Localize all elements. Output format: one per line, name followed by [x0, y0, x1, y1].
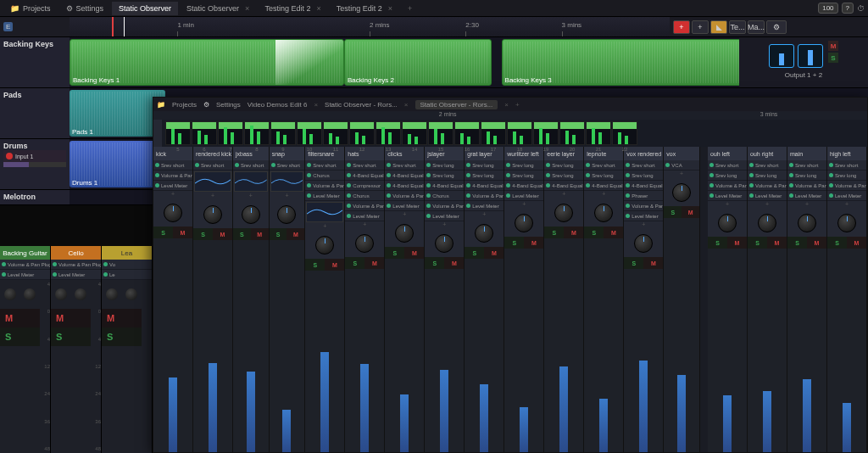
- solo-button[interactable]: S: [828, 53, 838, 63]
- insert-slot[interactable]: Volume & Pan Plugin: [827, 181, 866, 191]
- pan-knob[interactable]: [355, 234, 374, 253]
- channel-name[interactable]: jslayer: [425, 147, 464, 160]
- insert-slot[interactable]: Srev long: [504, 171, 543, 181]
- insert-slot[interactable]: Volume & Pan Plugin: [624, 201, 663, 211]
- inner-tab[interactable]: Projects: [172, 101, 197, 109]
- insert-slot[interactable]: Srev short: [345, 160, 384, 171]
- mute-button[interactable]: M: [828, 41, 838, 51]
- plugin-enable-icon[interactable]: [709, 193, 714, 198]
- plugin-enable-icon[interactable]: [103, 272, 108, 277]
- add-insert-button[interactable]: +: [465, 211, 504, 220]
- track-thumbnail[interactable]: 20: [559, 121, 585, 145]
- track-thumbnail[interactable]: 5: [165, 121, 191, 145]
- insert-slot[interactable]: Level Meter: [708, 191, 747, 201]
- insert-slot[interactable]: 4-Band Equaliser: [385, 181, 424, 191]
- record-arm-icon[interactable]: [6, 153, 13, 159]
- add-tab-button[interactable]: +: [401, 2, 419, 15]
- insert-slot[interactable]: Srev short: [748, 160, 787, 171]
- close-icon[interactable]: ×: [316, 4, 320, 13]
- pan-knob[interactable]: [435, 234, 453, 253]
- solo-button[interactable]: S: [233, 228, 251, 240]
- plugin-enable-icon[interactable]: [626, 214, 630, 218]
- channel-name[interactable]: ouh left: [708, 147, 747, 160]
- channel-name[interactable]: Lea: [102, 246, 152, 260]
- mute-button[interactable]: M: [173, 226, 192, 238]
- pan-knob[interactable]: [718, 214, 737, 232]
- plugin-enable-icon[interactable]: [195, 163, 199, 167]
- ruler-body[interactable]: 1 min2 mins2:303 mins: [70, 17, 670, 36]
- solo-button[interactable]: S: [270, 228, 287, 240]
- solo-button[interactable]: S: [748, 237, 767, 249]
- mute-button[interactable]: M: [287, 228, 304, 240]
- gain-knob[interactable]: [75, 288, 86, 300]
- solo-button[interactable]: S: [193, 228, 213, 240]
- insert-slot[interactable]: Volume & Pan Plugin: [51, 260, 101, 270]
- plugin-enable-icon[interactable]: [749, 173, 754, 177]
- plugin-enable-icon[interactable]: [155, 183, 159, 187]
- help-button[interactable]: ?: [842, 3, 854, 14]
- plugin-enable-icon[interactable]: [789, 183, 793, 187]
- mute-button[interactable]: M: [604, 226, 623, 238]
- fader[interactable]: [748, 249, 787, 452]
- insert-slot[interactable]: VCA: [664, 160, 699, 171]
- channel-name[interactable]: kick: [153, 147, 192, 160]
- pan-knob[interactable]: [55, 288, 67, 300]
- channel-name[interactable]: main: [787, 147, 826, 160]
- track-thumbnail[interactable]: 15: [428, 121, 453, 145]
- solo-button[interactable]: S: [425, 257, 444, 269]
- close-icon[interactable]: ×: [388, 4, 392, 13]
- insert-slot[interactable]: 4-Band Equaliser: [425, 181, 464, 191]
- tempo-button[interactable]: Te...: [729, 20, 746, 34]
- solo-button[interactable]: S: [51, 327, 91, 346]
- fader[interactable]: [345, 269, 384, 452]
- insert-slot[interactable]: Srev long: [425, 160, 464, 171]
- edit-tab[interactable]: Static Observer ×: [180, 2, 256, 15]
- add-insert-button[interactable]: +: [827, 201, 866, 210]
- solo-button[interactable]: S: [465, 247, 484, 259]
- fader[interactable]: [305, 271, 344, 452]
- insert-slot[interactable]: Srev short: [385, 160, 424, 171]
- plugin-enable-icon[interactable]: [103, 262, 108, 266]
- insert-slot[interactable]: Level Meter: [425, 211, 464, 221]
- insert-slot[interactable]: Srev long: [544, 171, 583, 181]
- insert-slot[interactable]: Srev short: [305, 160, 344, 171]
- fader[interactable]: [270, 240, 305, 452]
- insert-slot[interactable]: 4-Band Equaliser: [504, 181, 543, 191]
- insert-slot[interactable]: Level Meter: [827, 191, 866, 201]
- plugin-enable-icon[interactable]: [271, 163, 275, 167]
- close-icon[interactable]: ×: [245, 4, 249, 13]
- inner-tab[interactable]: Static Observer - Rors...: [325, 101, 398, 109]
- insert-slot[interactable]: Chorus: [305, 171, 344, 181]
- channel-name[interactable]: jxbass: [233, 147, 269, 160]
- fader[interactable]: [708, 249, 747, 452]
- plugin-enable-icon[interactable]: [506, 173, 510, 177]
- insert-slot[interactable]: Srev long: [465, 160, 504, 171]
- audio-clip[interactable]: Backing Keys 2: [344, 39, 492, 86]
- insert-slot[interactable]: Srev short: [153, 160, 192, 171]
- add-insert-button[interactable]: +: [345, 221, 384, 230]
- plugin-enable-icon[interactable]: [347, 204, 351, 208]
- mute-button[interactable]: M: [325, 259, 344, 271]
- insert-slot[interactable]: Vo: [102, 260, 152, 270]
- solo-button[interactable]: S: [153, 226, 173, 238]
- eq-curve-thumbnail[interactable]: [270, 171, 304, 192]
- track-thumbnail[interactable]: 7: [218, 121, 243, 145]
- plugin-enable-icon[interactable]: [546, 183, 550, 187]
- insert-slot[interactable]: Srev short: [827, 160, 866, 171]
- insert-slot[interactable]: Level Meter: [153, 181, 192, 191]
- add-insert-button[interactable]: +: [270, 193, 305, 201]
- insert-slot[interactable]: Srev long: [465, 171, 504, 181]
- plugin-enable-icon[interactable]: [426, 183, 431, 187]
- plugin-enable-icon[interactable]: [709, 183, 714, 187]
- insert-slot[interactable]: Level Meter: [51, 270, 101, 280]
- add-insert-button[interactable]: +: [787, 201, 826, 210]
- solo-button[interactable]: S: [708, 237, 727, 249]
- track-thumbnail[interactable]: 21: [586, 121, 611, 145]
- fader[interactable]: [827, 249, 866, 452]
- insert-slot[interactable]: 4-Band Equaliser: [584, 181, 623, 191]
- mute-button[interactable]: M: [524, 237, 543, 249]
- mute-button[interactable]: M: [682, 206, 699, 218]
- fader[interactable]: [787, 249, 826, 452]
- solo-button[interactable]: S: [504, 237, 524, 249]
- plugin-enable-icon[interactable]: [426, 173, 431, 177]
